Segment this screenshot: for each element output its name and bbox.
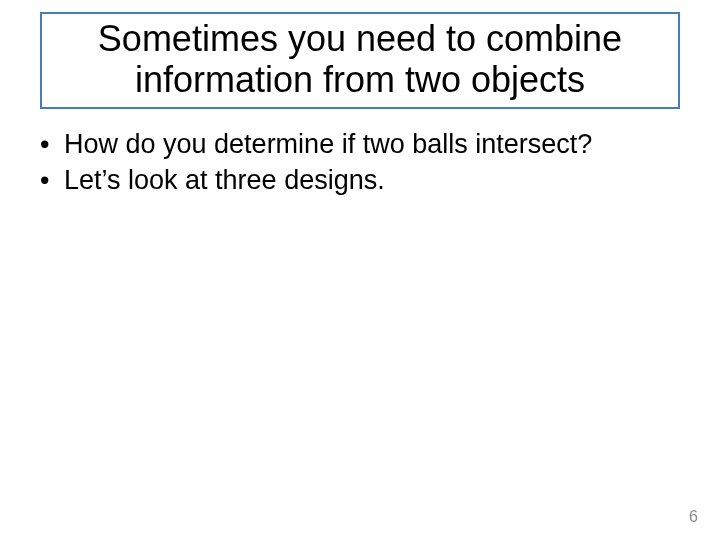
list-item: • How do you determine if two balls inte…: [38, 128, 688, 162]
bullet-icon: •: [38, 164, 64, 198]
title-line-2: information from two objects: [135, 59, 585, 100]
page-number: 6: [689, 508, 698, 526]
bullet-icon: •: [38, 128, 64, 162]
slide-body: • How do you determine if two balls inte…: [38, 128, 688, 200]
slide: Sometimes you need to combine informatio…: [0, 0, 720, 540]
bullet-text: Let’s look at three designs.: [64, 164, 688, 198]
bullet-text: How do you determine if two balls inters…: [64, 128, 688, 162]
title-line-1: Sometimes you need to combine: [98, 18, 622, 59]
slide-title: Sometimes you need to combine informatio…: [40, 12, 680, 109]
list-item: • Let’s look at three designs.: [38, 164, 688, 198]
